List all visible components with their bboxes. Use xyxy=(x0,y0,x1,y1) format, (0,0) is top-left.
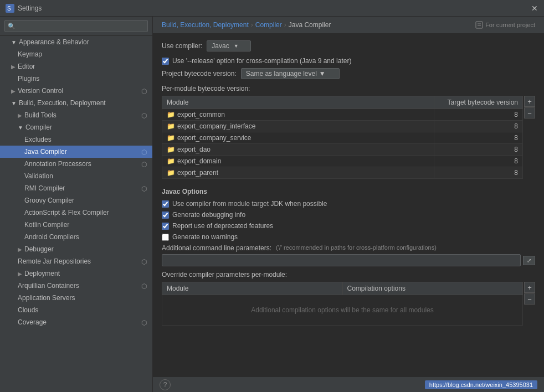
sidebar-item-app-servers[interactable]: Application Servers xyxy=(0,292,152,304)
javac-option-label-2: Report use of deprecated features xyxy=(172,222,273,230)
remove-override-button[interactable]: − xyxy=(524,293,535,305)
javac-checkbox-1[interactable] xyxy=(162,212,169,219)
breadcrumb: Build, Execution, Deployment › Compiler … xyxy=(153,17,544,34)
sidebar-item-rmi-compiler[interactable]: RMI Compiler ⬡ xyxy=(0,182,152,194)
module-name: 📁export_dao xyxy=(162,144,434,156)
breadcrumb-sep-1: › xyxy=(251,21,253,29)
sidebar-item-build[interactable]: ▼ Build, Execution, Deployment xyxy=(0,97,152,109)
url-display: https://blog.csdn.net/weixin_45395031 xyxy=(425,380,537,389)
sidebar-item-groovy-compiler[interactable]: Groovy Compiler xyxy=(0,194,152,207)
sidebar-item-label: Android Compilers xyxy=(24,233,79,241)
breadcrumb-sep-2: › xyxy=(284,21,286,29)
module-version: 8 xyxy=(434,156,523,167)
sidebar-item-annotation-processors[interactable]: Annotation Processors ⬡ xyxy=(0,158,152,170)
window-controls: ✕ xyxy=(531,4,538,12)
module-name: 📁export_company_service xyxy=(162,132,434,144)
override-label: Override compiler parameters per-module: xyxy=(162,271,535,278)
cmd-params-row: Additional command line parameters: ('/'… xyxy=(162,244,535,266)
search-input[interactable] xyxy=(4,20,148,32)
table-row[interactable]: 📁export_parent 8 xyxy=(162,167,523,179)
search-icon: 🔍 xyxy=(8,23,16,30)
sidebar-item-label: Kotlin Compiler xyxy=(24,221,69,229)
sidebar-item-plugins[interactable]: Plugins xyxy=(0,73,152,85)
override-module-col: Module xyxy=(162,282,343,295)
external-icon: ⬡ xyxy=(141,185,148,192)
cross-compile-checkbox[interactable] xyxy=(162,58,169,65)
help-button[interactable]: ? xyxy=(160,379,171,390)
cmd-params-label: Additional command line parameters: xyxy=(162,244,271,252)
table-row[interactable]: 📁export_company_service 8 xyxy=(162,132,523,144)
table-row[interactable]: 📁export_domain 8 xyxy=(162,156,523,167)
sidebar-item-label: Validation xyxy=(24,172,53,180)
sidebar-item-compiler[interactable]: ▼ Compiler xyxy=(0,121,152,133)
module-icon: 📁 xyxy=(167,157,175,165)
javac-option-3: Generate no warnings xyxy=(162,233,535,241)
sidebar-item-debugger[interactable]: ▶ Debugger xyxy=(0,243,152,255)
sidebar-item-kotlin-compiler[interactable]: Kotlin Compiler xyxy=(0,219,152,231)
sidebar-item-keymap[interactable]: Keymap xyxy=(0,48,152,60)
arrow-icon: ▶ xyxy=(11,88,16,94)
sidebar-item-excludes[interactable]: Excludes xyxy=(0,133,152,146)
bytecode-label: Project bytecode version: xyxy=(162,70,237,78)
arrow-icon: ▶ xyxy=(18,271,22,277)
javac-options-header: Javac Options xyxy=(162,188,535,195)
sidebar-item-appearance[interactable]: ▼ Appearance & Behavior xyxy=(0,36,152,48)
breadcrumb-current: Java Compiler xyxy=(289,21,331,29)
close-button[interactable]: ✕ xyxy=(531,4,538,12)
bytecode-dropdown[interactable]: Same as language level ▼ xyxy=(241,68,340,79)
module-col-header: Module xyxy=(162,96,434,109)
bytecode-row: Project bytecode version: Same as langua… xyxy=(162,68,535,79)
external-icon: ⬡ xyxy=(141,319,148,326)
javac-checkbox-0[interactable] xyxy=(162,200,169,208)
sidebar-item-label: Compiler xyxy=(25,123,52,131)
sidebar-item-android-compilers[interactable]: Android Compilers xyxy=(0,231,152,243)
sidebar-item-arquillian[interactable]: Arquillian Containers ⬡ xyxy=(0,280,152,292)
breadcrumb-compiler[interactable]: Compiler xyxy=(255,21,282,29)
sidebar-item-editor[interactable]: ▶ Editor xyxy=(0,60,152,73)
table-row[interactable]: 📁export_dao 8 xyxy=(162,144,523,156)
sidebar-item-java-compiler[interactable]: Java Compiler ⬡ xyxy=(0,146,152,158)
compiler-dropdown[interactable]: Javac ▼ xyxy=(207,40,251,51)
sidebar-item-deployment[interactable]: ▶ Deployment xyxy=(0,267,152,280)
settings-content: Use compiler: Javac ▼ Use '--release' op… xyxy=(153,34,544,376)
project-label: For current project xyxy=(475,21,535,29)
module-version: 8 xyxy=(434,167,523,179)
sidebar-item-version-control[interactable]: ▶ Version Control ⬡ xyxy=(0,85,152,97)
table-row[interactable]: 📁export_company_interface 8 xyxy=(162,121,523,132)
breadcrumb-path: Build, Execution, Deployment › Compiler … xyxy=(162,21,331,29)
sidebar: 🔍 ▼ Appearance & Behavior Keymap ▶ Edito… xyxy=(0,17,153,392)
javac-checkbox-2[interactable] xyxy=(162,223,169,230)
content-area: Build, Execution, Deployment › Compiler … xyxy=(153,17,544,392)
javac-checkbox-3[interactable] xyxy=(162,234,169,241)
javac-option-label-0: Use compiler from module target JDK when… xyxy=(172,200,327,208)
javac-option-2: Report use of deprecated features xyxy=(162,222,535,230)
sidebar-item-remote-jar[interactable]: Remote Jar Repositories ⬡ xyxy=(0,255,152,267)
per-module-label: Per-module bytecode version: xyxy=(162,85,535,92)
per-module-table: Module Target bytecode version 📁export_c… xyxy=(162,96,523,179)
module-version: 8 xyxy=(434,132,523,144)
expand-button[interactable]: ⤢ xyxy=(523,256,535,265)
sidebar-item-coverage[interactable]: Coverage ⬡ xyxy=(0,316,152,328)
table-side-buttons: + − xyxy=(524,96,535,185)
module-name: 📁export_domain xyxy=(162,156,434,167)
breadcrumb-build[interactable]: Build, Execution, Deployment xyxy=(162,21,249,29)
override-side-buttons: + − xyxy=(524,282,535,326)
sidebar-item-validation[interactable]: Validation xyxy=(0,170,152,182)
svg-rect-2 xyxy=(476,22,483,28)
cmd-params-input[interactable] xyxy=(162,254,521,266)
sidebar-item-label: Appearance & Behavior xyxy=(19,38,89,46)
add-module-button[interactable]: + xyxy=(524,96,535,107)
search-wrapper: 🔍 xyxy=(4,20,148,32)
sidebar-item-label: ActionScript & Flex Compiler xyxy=(24,209,109,216)
sidebar-item-actionscript[interactable]: ActionScript & Flex Compiler xyxy=(0,207,152,219)
sidebar-item-label: Clouds xyxy=(18,306,38,314)
sidebar-item-clouds[interactable]: Clouds xyxy=(0,304,152,316)
remove-module-button[interactable]: − xyxy=(524,107,535,118)
add-override-button[interactable]: + xyxy=(524,282,535,293)
external-icon: ⬡ xyxy=(141,112,148,118)
arrow-icon: ▶ xyxy=(18,112,22,118)
table-row[interactable]: 📁export_common 8 xyxy=(162,109,523,121)
sidebar-item-build-tools[interactable]: ▶ Build Tools ⬡ xyxy=(0,109,152,121)
external-icon: ⬡ xyxy=(141,87,148,94)
window-title: Settings xyxy=(18,4,531,12)
